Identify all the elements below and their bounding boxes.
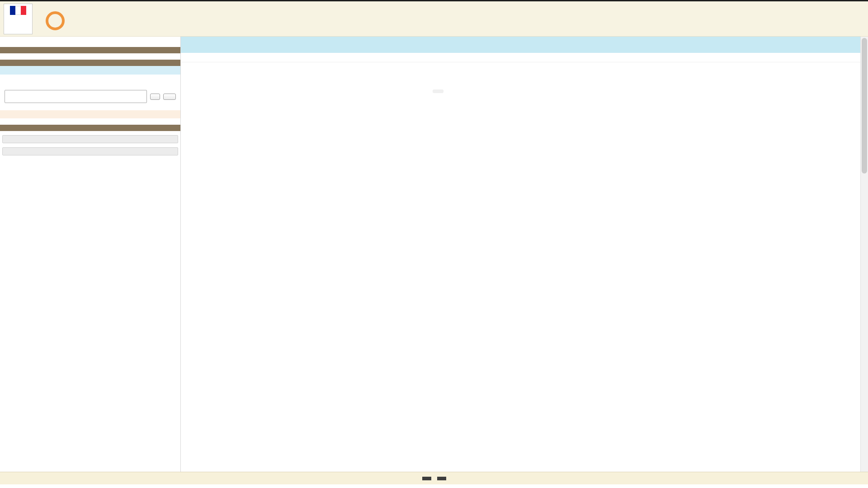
reports-nav-header [0,47,180,53]
prefecture-logo [4,4,33,34]
picto-stat-logo[interactable] [44,8,63,30]
search-place-input[interactable] [5,90,147,103]
more-indicators-expander[interactable] [2,147,178,155]
study-zone-box[interactable] [0,66,180,75]
year-selector [433,89,443,93]
app-header [0,1,868,37]
scrollbar-thumb[interactable] [862,38,867,174]
sidebar-title [0,37,180,47]
cookie-accept-button[interactable] [422,477,431,480]
zone-search-row [0,85,180,105]
french-flag-icon [10,6,26,15]
cookie-banner [0,472,868,488]
report-title-row [181,62,860,70]
modify-zone-label [0,75,180,81]
zone-summary-bar [181,53,860,62]
comparison-zone-box[interactable] [0,110,180,118]
sidebar [0,37,181,488]
cookie-refuse-button[interactable] [437,477,446,480]
brand-o-ring-icon [46,11,65,30]
localize-button[interactable] [163,94,176,100]
print-expander[interactable] [2,135,178,143]
zones-header [0,60,180,66]
zone-mode-radio-group [0,81,180,85]
vertical-scrollbar[interactable] [860,37,868,488]
ok-button[interactable] [150,94,160,100]
energy-overview-block [301,76,575,99]
view-tabs [181,37,860,53]
report-main-area [181,37,860,488]
more-header [0,125,180,131]
